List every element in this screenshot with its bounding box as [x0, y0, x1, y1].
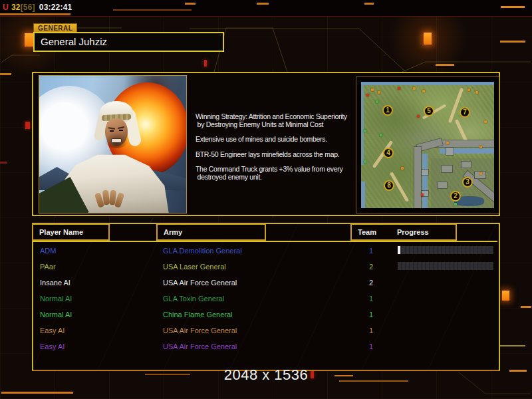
player-name-cell: Easy AI [40, 339, 65, 354]
decor-dash [334, 375, 353, 376]
resolution-label: 2048 x 1536 [200, 366, 332, 384]
hud-count: 32 [11, 3, 21, 12]
decor-dash [521, 306, 531, 308]
team-cell: 2 [362, 259, 380, 274]
army-cell: GLA Demolition General [163, 243, 242, 258]
army-cell: USA Air Force General [163, 339, 237, 354]
decor-red-tick [204, 60, 207, 66]
decor-dash [364, 3, 374, 5]
player-table-panel: Player Name Army Team Progress ADMGLA De… [32, 223, 500, 371]
decor-glow-square [424, 33, 432, 45]
decor-dash [257, 3, 269, 5]
team-cell: 1 [362, 291, 380, 306]
decor-red-tick [25, 122, 30, 129]
decor-dash [509, 370, 527, 372]
strategy-line: by Destroying Enemy Units at Minimal Cos… [196, 121, 362, 129]
decor-dash [0, 73, 11, 75]
map-road [434, 140, 494, 147]
decor-dash [0, 13, 70, 15]
army-cell: China Flame General [163, 307, 233, 322]
progress-bar [398, 246, 493, 254]
map-position-badge: 8 [384, 180, 394, 191]
progress-bar [398, 262, 493, 270]
table-row: Normal AIChina Flame General1 [33, 307, 496, 323]
army-cell: USA Laser General [163, 259, 226, 274]
player-name-cell: Insane AI [40, 275, 70, 290]
table-row: Easy AIUSA Air Force General1 [33, 339, 496, 355]
loading-screen: U32[56]03:22:41 GENERAL General Juhziz [0, 0, 532, 399]
map-position-badge: 3 [462, 177, 473, 188]
player-name-cell: PAar [40, 259, 56, 274]
table-row: Easy AIUSA Air Force General1 [33, 323, 496, 339]
map-position-badge: 1 [382, 105, 393, 116]
strategy-line: BTR-50 Engineer lays minefields across t… [196, 151, 362, 159]
decor-glow-square [25, 33, 34, 47]
table-row: Normal AIGLA Toxin General1 [33, 291, 496, 307]
hud-timer: 03:22:41 [39, 3, 72, 12]
general-info-panel: Winning Strategy: Attrition and Economic… [32, 72, 500, 216]
team-cell: 1 [362, 339, 380, 354]
player-rows: ADMGLA Demolition General1PAarUSA Laser … [33, 224, 496, 367]
decor-dash [339, 380, 408, 382]
team-cell: 2 [362, 275, 380, 290]
progress-bar-fill [398, 246, 400, 254]
army-cell: USA Air Force General [163, 323, 237, 338]
map-position-badge: 4 [383, 148, 394, 158]
decor-dash [436, 64, 454, 66]
table-row: Insane AIUSA Air Force General2 [33, 275, 496, 291]
decor-dash [500, 345, 525, 346]
map-preview-terrain: 1574832 [361, 82, 494, 208]
decor-glow-square [502, 291, 509, 301]
army-cell: USA Air Force General [163, 275, 237, 290]
strategy-line: The Command Truck grants +3% value from … [196, 166, 362, 174]
decor-dash [500, 41, 525, 43]
map-position-badge: 5 [424, 106, 434, 116]
strategy-line: destroyed enemy unit. [196, 174, 362, 182]
strategy-line [196, 144, 362, 151]
decor-dash [1, 392, 73, 394]
hud-queue: [56] [21, 3, 35, 12]
team-cell: 1 [362, 307, 380, 322]
team-cell: 1 [362, 323, 380, 338]
decor-dash [185, 3, 196, 5]
army-cell: GLA Toxin General [163, 291, 224, 306]
decor-dash [145, 374, 190, 375]
decor-dash [0, 162, 7, 164]
player-name-cell: Easy AI [40, 323, 65, 338]
player-name-cell: Normal AI [40, 307, 72, 322]
decor-dash [501, 6, 525, 8]
hud-readout: U32[56]03:22:41 [3, 3, 72, 12]
team-cell: 1 [362, 243, 380, 258]
portrait-head [98, 101, 136, 157]
general-portrait [39, 75, 187, 213]
map-position-badge: 7 [460, 107, 470, 118]
player-name-cell: Normal AI [40, 291, 72, 306]
general-name-box: General Juhziz [33, 32, 224, 52]
map-preview-frame: 1574832 [356, 76, 499, 213]
strategy-text: Winning Strategy: Attrition and Economic… [196, 113, 362, 181]
strategy-line: Winning Strategy: Attrition and Economic… [196, 113, 362, 121]
strategy-line: Extensive use of mines and suicide bombe… [196, 136, 362, 144]
hud-unit-label: U [3, 3, 9, 12]
map-position-badge: 2 [450, 191, 461, 201]
table-row: PAarUSA Laser General2 [33, 259, 496, 275]
table-row: ADMGLA Demolition General1 [33, 243, 496, 259]
decor-dash [113, 9, 192, 11]
player-name-cell: ADM [40, 243, 56, 258]
